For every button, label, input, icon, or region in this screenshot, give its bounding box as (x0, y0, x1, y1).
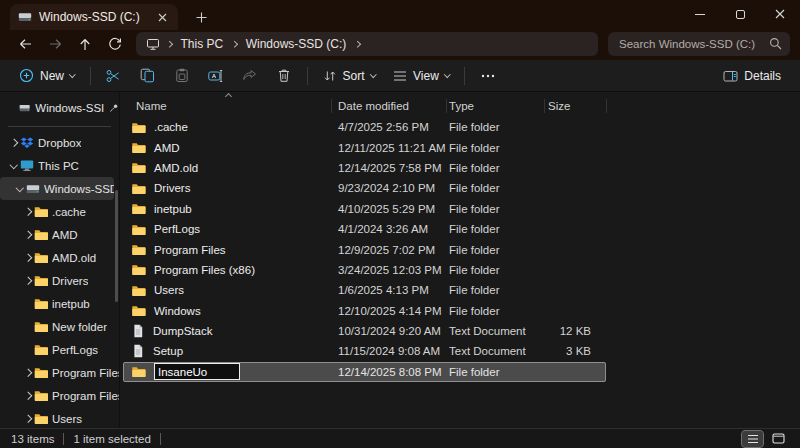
file-row[interactable]: .cache 4/7/2025 2:56 PM File folder (123, 117, 606, 137)
expand-chevron-icon[interactable] (21, 209, 34, 215)
file-type: File folder (446, 203, 544, 215)
expand-chevron-icon[interactable] (7, 140, 20, 146)
sidebar-item-label: Dropbox (38, 137, 81, 149)
folder-icon (34, 343, 48, 356)
copy-button[interactable] (131, 63, 165, 89)
explorer-tab[interactable]: Windows-SSD (C:) (10, 4, 178, 30)
breadcrumb-this-pc[interactable]: This PC (179, 37, 226, 51)
share-button[interactable] (233, 63, 267, 89)
up-button[interactable] (70, 31, 100, 57)
sidebar-item[interactable]: AMD.old (0, 246, 119, 269)
details-view-toggle[interactable] (742, 431, 763, 447)
sidebar-item[interactable]: New folder (0, 315, 119, 338)
expand-chevron-icon[interactable] (21, 232, 34, 238)
expand-chevron-icon[interactable] (21, 255, 34, 261)
selection-count: 1 item selected (73, 433, 150, 445)
file-row[interactable]: Program Files 12/9/2025 7:02 PM File fol… (123, 239, 606, 259)
tab-close-icon[interactable] (154, 9, 170, 25)
sidebar-item[interactable]: Dropbox (0, 131, 119, 154)
file-name: Windows (154, 305, 201, 317)
new-tab-button[interactable] (188, 4, 214, 30)
file-name-cell: AMD.old (123, 161, 331, 174)
plus-circle-icon (19, 68, 34, 83)
sidebar-item[interactable]: inetpub (0, 292, 119, 315)
file-row[interactable]: PerfLogs 4/1/2024 3:26 AM File folder (123, 219, 606, 239)
column-divider[interactable] (331, 99, 332, 113)
back-button[interactable] (10, 31, 40, 57)
column-divider[interactable] (606, 99, 607, 113)
expand-chevron-icon[interactable] (21, 393, 34, 399)
folder-icon (131, 202, 146, 215)
file-row[interactable]: Windows 12/10/2025 4:14 PM File folder (123, 301, 606, 321)
file-row[interactable]: Drivers 9/23/2024 2:10 PM File folder (123, 178, 606, 198)
expand-chevron-icon[interactable] (21, 278, 34, 284)
sidebar-item[interactable]: AMD (0, 223, 119, 246)
file-row[interactable]: AMD 12/11/2025 11:21 AM File folder (123, 137, 606, 157)
sidebar-item[interactable]: This PC (0, 154, 119, 177)
expand-chevron-icon[interactable] (21, 416, 34, 422)
breadcrumb-chevron-icon (354, 41, 360, 47)
delete-button[interactable] (267, 63, 301, 89)
view-button[interactable]: View (384, 63, 458, 89)
sidebar-item[interactable]: Program Files (0, 361, 119, 384)
sort-button[interactable]: Sort (314, 63, 385, 89)
column-divider[interactable] (544, 99, 545, 113)
paste-button[interactable] (165, 63, 199, 89)
new-button[interactable]: New (10, 63, 84, 89)
file-date-modified: 4/7/2025 2:56 PM (331, 121, 446, 133)
column-header-name[interactable]: Name (123, 100, 331, 112)
rename-input[interactable] (154, 363, 240, 380)
sidebar-item[interactable]: Drivers (0, 269, 119, 292)
dropbox-icon (20, 137, 34, 149)
forward-button[interactable] (40, 31, 70, 57)
drive-icon (19, 101, 30, 115)
details-pane-button[interactable]: Details (714, 63, 790, 89)
file-row[interactable]: Users 1/6/2025 4:13 PM File folder (123, 280, 606, 300)
file-row[interactable]: DumpStack 10/31/2024 9:20 AM Text Docume… (123, 321, 606, 341)
more-options-button[interactable] (471, 63, 505, 89)
sidebar-scrollbar[interactable] (115, 190, 118, 302)
sidebar-item[interactable]: Users (0, 407, 119, 428)
file-name-cell: Drivers (123, 182, 331, 195)
sidebar-item-label: PerfLogs (52, 344, 98, 356)
rename-button[interactable] (199, 63, 233, 89)
large-icons-view-toggle[interactable] (768, 431, 789, 447)
paste-icon (175, 68, 189, 83)
sidebar-item[interactable]: Program Files (x86) (0, 384, 119, 407)
expand-chevron-icon[interactable] (7, 164, 20, 168)
minimize-button[interactable] (680, 0, 720, 28)
expand-chevron-icon[interactable] (21, 370, 34, 376)
cut-button[interactable] (97, 63, 131, 89)
file-type: File folder (446, 264, 544, 276)
column-header-type[interactable]: Type (446, 100, 544, 112)
sidebar-item[interactable]: .cache (0, 200, 119, 223)
column-divider[interactable] (446, 99, 447, 113)
folder-icon (34, 205, 48, 218)
sidebar-item-label: Program Files (52, 367, 119, 379)
file-type: File folder (446, 366, 544, 378)
sidebar-item[interactable]: PerfLogs (0, 338, 119, 361)
search-input[interactable] (608, 32, 790, 56)
maximize-button[interactable] (720, 0, 760, 28)
refresh-button[interactable] (100, 31, 130, 57)
navigation-sidebar: Windows-SSI Dropbox (0, 92, 120, 428)
search-icon[interactable] (769, 37, 782, 50)
file-row[interactable]: Program Files (x86) 3/24/2025 12:03 PM F… (123, 260, 606, 280)
file-row[interactable]: Setup 11/15/2024 9:08 AM Text Document 3… (123, 341, 606, 361)
column-header-date[interactable]: Date modified (331, 100, 446, 112)
address-bar[interactable]: This PC Windows-SSD (C:) (136, 32, 598, 56)
close-button[interactable] (760, 0, 800, 28)
sidebar-item[interactable]: Windows-SSD (0, 177, 114, 200)
pin-icon (109, 102, 119, 114)
file-row[interactable]: 12/14/2025 8:08 PM File folder (123, 362, 606, 382)
breadcrumb-drive[interactable]: Windows-SSD (C:) (244, 37, 349, 51)
file-row[interactable]: AMD.old 12/14/2025 7:58 PM File folder (123, 158, 606, 178)
file-row[interactable]: inetpub 4/10/2025 5:29 PM File folder (123, 199, 606, 219)
file-name-cell (123, 363, 331, 380)
file-size: 3 KB (544, 345, 606, 357)
expand-chevron-icon[interactable] (13, 187, 26, 191)
file-type: File folder (446, 162, 544, 174)
column-header-size[interactable]: Size (544, 100, 606, 112)
sidebar-pinned-drive[interactable]: Windows-SSI (0, 95, 119, 120)
ellipsis-icon (481, 74, 495, 78)
